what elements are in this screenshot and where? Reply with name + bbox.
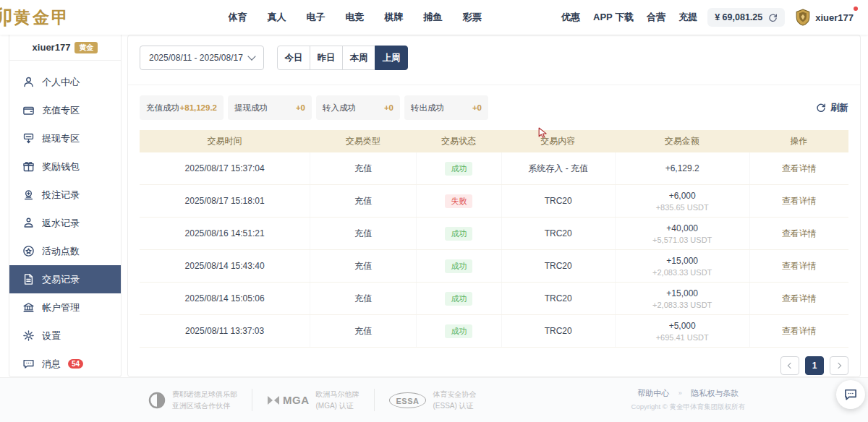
cell-time: 2025/08/17 15:18:01 [140,196,310,206]
sidebar-item-label: 帐户管理 [42,301,80,314]
nav-item[interactable]: 真人 [268,11,286,24]
table-row: 2025/08/16 14:51:21 充值 成功 TRC20 +40,000 … [140,218,848,250]
sidebar-item[interactable]: 奖励钱包 [9,152,121,181]
cell-time: 2025/08/14 15:05:06 [140,293,310,303]
essa-logo: ESSA [389,392,427,408]
main-panel: 2025/08/11 - 2025/08/17 今日昨日本周上周 充值成功 +8… [127,35,861,377]
footer-link[interactable]: 隐私权与条款 [691,388,739,399]
sidebar-item[interactable]: 投注记录 [9,181,121,209]
filter-row: 2025/08/11 - 2025/08/17 今日昨日本周上周 [128,35,860,85]
top-link[interactable]: 充提 [678,11,697,24]
sidebar-item-label: 充值专区 [42,104,80,117]
nav-item[interactable]: 彩票 [463,11,482,24]
stat-label: 提现成功 [234,103,268,113]
table-row: 2025/08/14 15:43:40 充值 成功 TRC20 +15,000 … [140,250,848,283]
column-header: 交易内容 [501,135,615,147]
cert-line: (ESSA) 认证 [433,400,476,412]
sidebar-item-label: 提现专区 [42,132,80,145]
footer-link[interactable]: 帮助中心 [637,388,669,399]
nav-item[interactable]: 体育 [229,11,247,24]
view-details-link[interactable]: 查看详情 [782,163,817,175]
main-nav: 体育真人电子电竞棋牌捕鱼彩票 [229,11,482,24]
next-page-button[interactable] [830,356,848,375]
period-tab[interactable]: 昨日 [310,46,343,70]
column-header: 交易类型 [310,135,416,147]
top-link[interactable]: APP 下载 [593,11,634,24]
feyenoord-logo [148,392,166,409]
cell-amount: +6,000 +835.65 USDT [615,185,749,217]
nav-item[interactable]: 捕鱼 [424,11,443,24]
sidebar-username: xiuer177 [33,42,71,53]
chat-button[interactable] [836,380,865,409]
nav-item[interactable]: 棋牌 [385,11,404,24]
sidebar-item[interactable]: 交易记录 [9,265,121,293]
cell-time: 2025/08/14 15:43:40 [140,261,310,271]
amount-usdt: +2,083.33 USDT [652,301,712,309]
cell-content: 系统存入 - 充值 [501,152,615,184]
amount-usdt: +5,571.03 USDT [652,236,712,244]
view-details-link[interactable]: 查看详情 [782,325,817,337]
status-badge: 成功 [445,324,472,338]
cell-type: 充值 [310,152,416,184]
sidebar-item[interactable]: 消息 54 [9,350,121,378]
period-tab[interactable]: 本周 [342,46,375,70]
top-link[interactable]: 优惠 [561,11,580,24]
amount: +15,000 [666,288,698,298]
stat-label: 充值成功 [146,103,179,113]
sidebar-item[interactable]: 活动点数 [9,237,121,265]
cert-line: 费耶诺德足球俱乐部 [172,389,237,400]
view-details-link[interactable]: 查看详情 [782,260,817,272]
view-details-link[interactable]: 查看详情 [782,195,817,207]
cell-action: 查看详情 [749,152,848,184]
date-range-select[interactable]: 2025/08/11 - 2025/08/17 [140,46,264,70]
nav-item[interactable]: 电竞 [346,11,365,24]
brand-logo[interactable]: 卯 黄金甲 [0,4,148,30]
sidebar-item-label: 投注记录 [42,189,80,202]
sidebar-item[interactable]: 个人中心 [9,68,121,96]
cell-action: 查看详情 [749,185,848,217]
content: xiuer177 黄金 个人中心 充值专区 提现专区 奖励钱包 投注记录 返水记… [0,35,868,377]
period-tab[interactable]: 上周 [375,46,408,70]
view-details-link[interactable]: 查看详情 [782,228,817,240]
amount-usdt: +2,083.33 USDT [652,268,712,277]
sidebar-item[interactable]: 帐户管理 [9,293,121,322]
column-header: 交易时间 [140,135,310,147]
cell-amount: +40,000 +5,571.03 USDT [615,218,749,249]
sidebar-item[interactable]: 提现专区 [9,124,121,152]
refresh-icon[interactable] [768,13,778,22]
amount: +15,000 [666,256,698,266]
table-row: 2025/08/11 13:37:03 充值 成功 TRC20 +5,000 +… [140,315,848,348]
view-details-link[interactable]: 查看详情 [782,293,817,305]
refresh-button[interactable]: 刷新 [816,102,848,114]
top-link[interactable]: 合营 [647,11,665,24]
sidebar-item-label: 个人中心 [42,76,80,89]
amount-usdt: +835.65 USDT [656,203,709,212]
sidebar-item[interactable]: 充值专区 [9,96,121,124]
cell-time: 2025/08/16 14:51:21 [140,228,310,238]
cell-time: 2025/08/17 15:37:04 [140,163,310,173]
balance-pill[interactable]: ¥ 69,081.25 [707,8,785,27]
cell-amount: +5,000 +695.41 USDT [615,315,749,347]
user-chip[interactable]: xiuer177 [795,9,858,26]
table-row: 2025/08/17 15:37:04 充值 成功 系统存入 - 充值 +6,1… [140,152,848,185]
notification-dot [854,7,858,11]
page-number-button[interactable]: 1 [805,356,824,375]
period-tab[interactable]: 今日 [277,46,310,70]
sidebar-user: xiuer177 黄金 [9,35,121,61]
cell-amount: +15,000 +2,083.33 USDT [615,250,749,282]
page: 卯 黄金甲 体育真人电子电竞棋牌捕鱼彩票 优惠APP 下载合营充提 ¥ 69,0… [0,0,868,422]
cell-action: 查看详情 [749,283,848,314]
cell-time: 2025/08/11 13:37:03 [140,326,310,336]
nav-item[interactable]: 电子 [307,11,326,24]
summary-stat: 充值成功 +81,129.2 [140,95,224,120]
cell-content: TRC20 [501,283,615,314]
cell-amount: +15,000 +2,083.33 USDT [615,283,749,314]
sidebar-item-label: 返水记录 [42,217,80,230]
cell-content: TRC20 [501,315,615,347]
column-header: 操作 [749,135,848,147]
sidebar-item[interactable]: 返水记录 [9,209,121,237]
sidebar-item[interactable]: 设置 [9,322,121,350]
summary-stat: 转出成功 +0 [404,95,488,120]
prev-page-button[interactable] [780,356,799,375]
transactions-table: 交易时间交易类型交易状态交易内容交易金额操作 2025/08/17 15:37:… [140,130,848,348]
